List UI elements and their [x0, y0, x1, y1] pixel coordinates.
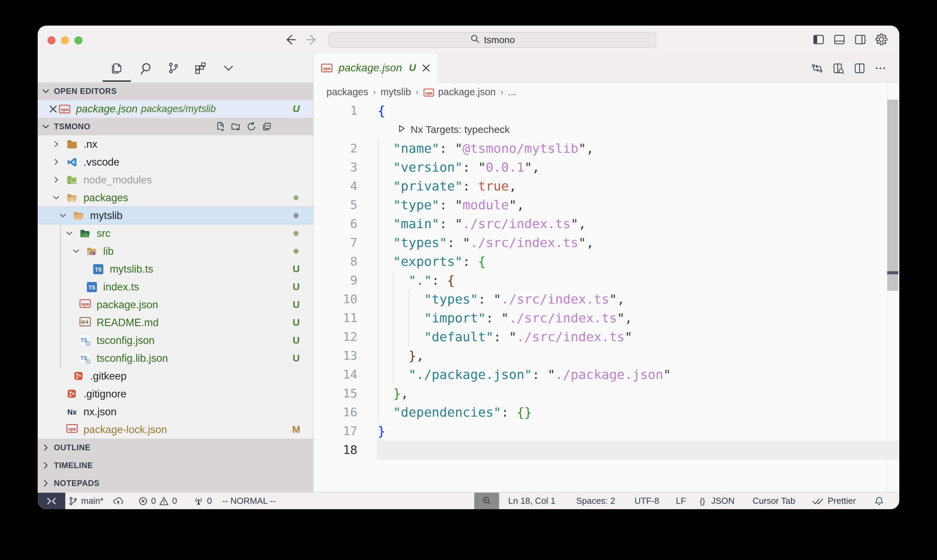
status-eol[interactable]: LF	[676, 493, 686, 509]
close-tab-icon[interactable]	[422, 63, 431, 73]
refresh-explorer-icon[interactable]	[244, 121, 259, 132]
tree-item-tsconfig-lib-json[interactable]: TStsconfig.lib.jsonU	[38, 349, 313, 367]
tree-item-nx-json[interactable]: Nxnx.json	[38, 403, 313, 421]
toggle-panel-icon[interactable]	[833, 33, 847, 47]
status-notifications[interactable]	[874, 493, 885, 509]
chevron-right-icon[interactable]	[52, 158, 60, 166]
git-icon	[73, 371, 85, 382]
explorer-section-header[interactable]: TSMONO	[38, 118, 313, 135]
close-editor-icon[interactable]	[48, 104, 58, 114]
tree-item-lib[interactable]: lib	[38, 242, 313, 260]
navigate-forward-icon[interactable]	[305, 33, 319, 47]
line-number: 1	[314, 101, 357, 120]
extensions-view-icon[interactable]	[194, 61, 208, 75]
tree-item-mytslib-ts[interactable]: TSmytslib.tsU	[38, 260, 313, 278]
search-view-icon[interactable]	[140, 61, 153, 75]
git-decoration-dot	[294, 195, 298, 200]
tree-item-readme-md[interactable]: MREADME.mdU	[38, 314, 313, 331]
toggle-secondary-sidebar-icon[interactable]	[854, 33, 868, 47]
status-publish[interactable]	[112, 493, 124, 509]
settings-gear-icon[interactable]	[875, 33, 889, 47]
code-token: "main"	[393, 216, 440, 231]
svg-text:TS: TS	[95, 267, 102, 272]
chevron-right-icon[interactable]	[52, 176, 60, 184]
section-header-timeline[interactable]: TIMELINE	[38, 456, 313, 474]
breadcrumb-item[interactable]: mytslib	[381, 86, 411, 98]
split-editor-icon[interactable]	[853, 62, 866, 75]
section-label: OUTLINE	[54, 443, 91, 452]
npm-file-icon: npm	[321, 64, 332, 72]
explorer-view-icon[interactable]	[110, 61, 123, 75]
tree-item-src[interactable]: src	[38, 225, 313, 242]
git-status-badge: U	[290, 314, 302, 331]
codelens[interactable]: Nx Targets: typecheck	[397, 120, 510, 139]
code-line-13: },	[378, 346, 424, 365]
more-views-view-icon[interactable]	[222, 61, 235, 75]
status-problems[interactable]: 00	[138, 493, 177, 509]
new-folder-icon[interactable]	[228, 121, 244, 132]
tree-item--vscode[interactable]: .vscode	[38, 153, 313, 171]
more-actions-icon[interactable]	[874, 62, 887, 75]
code-token	[378, 254, 393, 269]
status-formatter[interactable]: Prettier	[812, 493, 856, 509]
code-token: : "	[440, 216, 463, 231]
breadcrumb-item[interactable]: ...	[508, 86, 516, 98]
breadcrumb-item[interactable]: package.json	[438, 86, 496, 98]
breadcrumb-item[interactable]: packages	[326, 86, 368, 98]
source-control-view-icon[interactable]	[166, 61, 180, 75]
editor-scrollbar[interactable]	[887, 100, 898, 291]
line-number: 18	[314, 440, 357, 459]
editor-group: npm package.json U packages›mytslib›npmp…	[314, 54, 899, 492]
tree-item-index-ts[interactable]: TSindex.tsU	[38, 278, 313, 296]
vscode-window: tsmono OPEN EDITORS npm package.json pac…	[38, 26, 899, 509]
git-status-badge: U	[290, 349, 302, 367]
sidebar: OPEN EDITORS npm package.json packages/m…	[38, 54, 314, 492]
status-zoom-indicator[interactable]	[474, 493, 499, 509]
chevron-down-icon[interactable]	[59, 211, 67, 219]
code-token: {}	[517, 405, 532, 420]
tree-item-node-modules[interactable]: JSnode_modules	[38, 171, 313, 189]
open-changes-icon[interactable]	[811, 62, 823, 75]
new-file-icon[interactable]	[213, 121, 228, 132]
tree-item-label: tsconfig.lib.json	[97, 349, 168, 367]
status-cursor-tab[interactable]: Cursor Tab	[752, 493, 795, 509]
tab-package-json[interactable]: npm package.json U	[314, 54, 438, 82]
section-header-notepads[interactable]: NOTEPADS	[38, 474, 313, 492]
status-encoding[interactable]: UTF-8	[634, 493, 659, 509]
tree-item-mytslib[interactable]: mytslib	[38, 207, 313, 225]
tree-item--gitignore[interactable]: .gitignore	[38, 385, 313, 403]
tree-item-packages[interactable]: packages	[38, 189, 313, 207]
tree-item--nx[interactable]: .nx	[38, 135, 313, 153]
navigate-back-icon[interactable]	[283, 33, 297, 47]
status-cursor-position[interactable]: Ln 18, Col 1	[508, 493, 555, 509]
status-branch[interactable]: main*	[68, 493, 103, 509]
tree-item-package-lock-json[interactable]: npmpackage-lock.jsonM	[38, 421, 313, 438]
tree-item-tsconfig-json[interactable]: TStsconfig.jsonU	[38, 331, 313, 349]
status-vim-mode[interactable]: -- NORMAL --	[222, 493, 275, 509]
chevron-down-icon[interactable]	[52, 194, 60, 202]
toggle-primary-sidebar-icon[interactable]	[812, 33, 826, 47]
tree-item-package-json[interactable]: npmpackage.jsonU	[38, 296, 313, 314]
zoom-window-button[interactable]	[74, 36, 83, 45]
code-editor[interactable]: Nx Targets: typecheck 1{2 "name": "@tsmo…	[314, 101, 899, 492]
open-editor-item[interactable]: npm package.json packages/mytslib U	[38, 100, 313, 118]
chevron-right-icon[interactable]	[52, 140, 60, 148]
section-header-outline[interactable]: OUTLINE	[38, 438, 313, 456]
code-token	[378, 386, 393, 401]
tree-item--gitkeep[interactable]: .gitkeep	[38, 367, 313, 385]
status-ports[interactable]: 0	[193, 493, 212, 509]
chevron-down-icon[interactable]	[72, 247, 80, 255]
code-token: {	[478, 254, 486, 269]
close-window-button[interactable]	[48, 36, 55, 45]
tab-bar: npm package.json U	[314, 54, 899, 82]
open-preview-icon[interactable]	[832, 62, 845, 75]
chevron-down-icon[interactable]	[65, 229, 73, 237]
status-indentation[interactable]: Spaces: 2	[576, 493, 615, 509]
status-remote[interactable]	[38, 493, 65, 509]
command-center-search[interactable]: tsmono	[328, 32, 656, 48]
collapse-folders-icon[interactable]	[259, 121, 275, 132]
code-token: "private"	[393, 179, 462, 194]
minimize-window-button[interactable]	[61, 36, 69, 45]
status-language-mode[interactable]: {}JSON	[697, 493, 734, 509]
open-editors-header[interactable]: OPEN EDITORS	[38, 82, 313, 100]
